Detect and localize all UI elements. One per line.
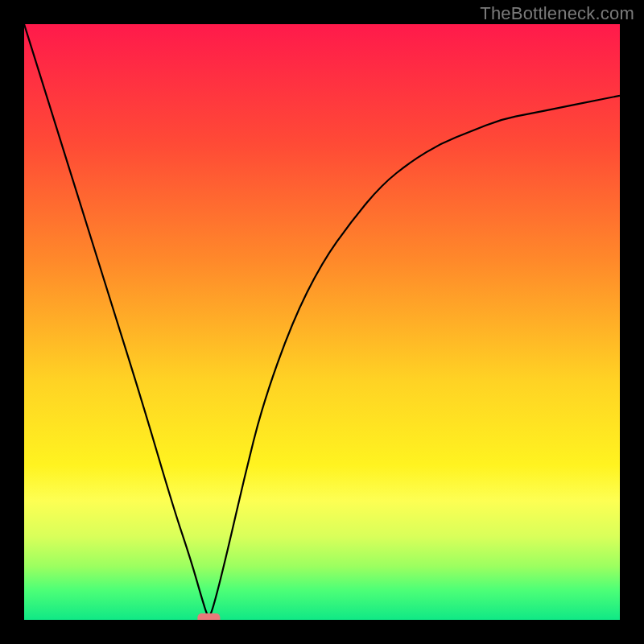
chart-svg bbox=[24, 24, 620, 620]
plot-area bbox=[24, 24, 620, 620]
minimum-marker bbox=[197, 613, 220, 620]
watermark-text: TheBottleneck.com bbox=[480, 3, 634, 24]
chart-container: TheBottleneck.com bbox=[0, 0, 644, 644]
